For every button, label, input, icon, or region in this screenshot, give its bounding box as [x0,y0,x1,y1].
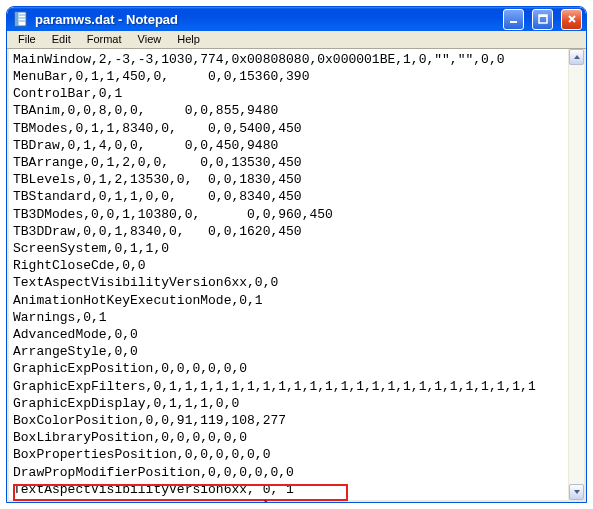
menu-help[interactable]: Help [170,31,207,47]
close-button[interactable] [561,9,582,30]
text-area[interactable]: MainWindow,2,-3,-3,1030,774,0x00808080,0… [9,49,568,500]
svg-rect-5 [510,21,517,23]
window-title: paramws.dat - Notepad [35,12,495,27]
scroll-down-button[interactable] [569,484,584,500]
scroll-track[interactable] [569,65,584,484]
notepad-window: paramws.dat - Notepad File Edit Format V… [6,6,587,503]
svg-rect-1 [15,12,19,26]
svg-rect-7 [539,15,547,17]
scroll-up-button[interactable] [569,49,584,65]
menubar: File Edit Format View Help [7,31,586,48]
client-area: MainWindow,2,-3,-3,1030,774,0x00808080,0… [7,49,586,502]
menu-format[interactable]: Format [80,31,129,47]
notepad-icon [13,11,29,27]
titlebar[interactable]: paramws.dat - Notepad [7,7,586,31]
vertical-scrollbar[interactable] [568,49,584,500]
maximize-button[interactable] [532,9,553,30]
minimize-button[interactable] [503,9,524,30]
menu-view[interactable]: View [131,31,169,47]
menu-file[interactable]: File [11,31,43,47]
menu-edit[interactable]: Edit [45,31,78,47]
